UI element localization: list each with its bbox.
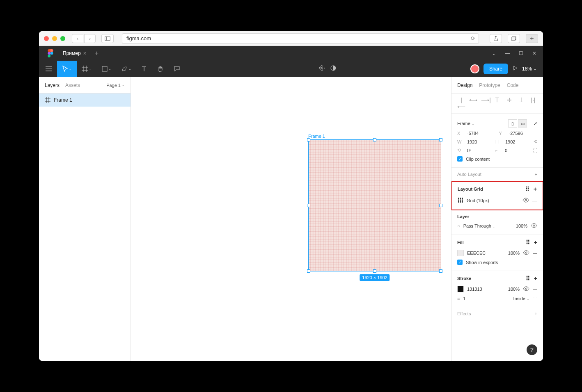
height-input[interactable]: 1902 [505, 139, 530, 144]
fill-opacity-input[interactable]: 100% [508, 251, 520, 255]
share-sheet-icon[interactable] [490, 34, 502, 43]
align-right-icon[interactable]: ⟶| [481, 97, 489, 110]
new-document-tab[interactable]: + [91, 50, 103, 57]
fill-swatch[interactable] [457, 250, 464, 256]
forward-button[interactable]: › [84, 34, 96, 43]
align-vcenter-icon[interactable]: ✛ [505, 97, 513, 110]
move-tool[interactable]: ⌄ [57, 61, 77, 77]
fill-hex-input[interactable]: EEECEC [467, 251, 486, 255]
zoom-control[interactable]: 18%⌄ [522, 66, 536, 72]
canvas[interactable]: Frame 1 1920 × 1902 [131, 77, 451, 361]
layer-opacity-input[interactable]: 100% [516, 223, 527, 228]
help-button[interactable]: ? [527, 344, 537, 355]
stroke-swatch[interactable] [457, 286, 464, 292]
frame-dropdown[interactable]: Frame ⌄ [457, 121, 474, 126]
canvas-frame[interactable]: 1920 × 1902 [308, 139, 441, 271]
stroke-position-select[interactable]: Inside ⌄ [513, 296, 529, 301]
document-dropdown-icon[interactable]: ⌄ [492, 50, 496, 56]
page-selector[interactable]: Page 1 ⌄ [106, 83, 125, 88]
add-fill-icon[interactable]: + [534, 239, 537, 246]
clip-content-checkbox[interactable]: ✓ [457, 156, 463, 162]
x-input[interactable]: -5784 [467, 131, 496, 136]
align-top-icon[interactable]: ⟙ [493, 97, 501, 110]
remove-grid-icon[interactable]: — [532, 198, 537, 203]
design-tab[interactable]: Design [457, 82, 472, 88]
grid-styles-icon[interactable]: ⠿ [525, 186, 529, 192]
stroke-hex-input[interactable]: 131313 [467, 287, 482, 292]
mask-icon[interactable] [330, 65, 337, 73]
window-close-icon[interactable]: ✕ [532, 50, 536, 56]
landscape-icon[interactable]: ▭ [518, 119, 527, 128]
figma-logo-icon[interactable] [42, 46, 59, 61]
resize-handle[interactable] [307, 138, 310, 141]
pen-tool[interactable]: ⌄ [116, 61, 136, 77]
present-icon[interactable] [512, 65, 518, 73]
hand-tool[interactable] [152, 61, 169, 77]
resize-handle[interactable] [373, 138, 376, 141]
new-tab-button[interactable]: + [526, 34, 538, 43]
y-input[interactable]: -27596 [509, 131, 538, 136]
close-tab-icon[interactable]: × [83, 50, 87, 57]
align-left-icon[interactable]: |⟵ [457, 97, 465, 110]
width-input[interactable]: 1920 [467, 139, 492, 144]
layer-row-frame1[interactable]: Frame 1 [39, 93, 131, 107]
remove-stroke-icon[interactable]: — [533, 287, 537, 292]
close-window-button[interactable] [44, 36, 49, 41]
rotation-input[interactable]: 0° [467, 148, 492, 153]
stroke-styles-icon[interactable]: ⠿ [526, 275, 530, 282]
tabs-overview-icon[interactable] [508, 34, 520, 43]
fill-visibility-icon[interactable] [523, 250, 529, 256]
component-icon[interactable] [318, 65, 325, 73]
blend-mode-select[interactable]: Pass Through ⌄ [463, 223, 495, 228]
stroke-advanced-icon[interactable]: ⋯ [533, 296, 537, 301]
resize-fit-icon[interactable]: ⤢ [534, 121, 537, 126]
stroke-visibility-icon[interactable] [523, 286, 529, 292]
frame-tool[interactable]: ⌄ [77, 61, 96, 77]
fill-styles-icon[interactable]: ⠿ [526, 239, 530, 246]
reload-icon[interactable]: ⟳ [471, 35, 475, 41]
resize-handle[interactable] [439, 204, 442, 207]
show-in-exports-checkbox[interactable]: ✓ [457, 260, 463, 265]
prototype-tab[interactable]: Prototype [479, 82, 500, 88]
portrait-icon[interactable]: ▯ [508, 119, 517, 128]
back-button[interactable]: ‹ [72, 34, 83, 43]
text-tool[interactable] [136, 61, 152, 77]
add-effect-icon[interactable]: + [535, 311, 537, 316]
resize-handle[interactable] [307, 204, 310, 207]
window-maximize-icon[interactable]: ☐ [519, 50, 523, 56]
add-stroke-icon[interactable]: + [534, 275, 537, 282]
comment-tool[interactable] [169, 61, 185, 77]
add-autolayout-icon[interactable]: + [535, 172, 537, 177]
stroke-weight-input[interactable]: 1 [463, 296, 465, 301]
distribute-icon[interactable]: |·| [529, 97, 537, 110]
resize-handle[interactable] [373, 269, 376, 273]
remove-fill-icon[interactable]: — [533, 251, 537, 255]
frame-label[interactable]: Frame 1 [308, 134, 325, 139]
align-bottom-icon[interactable]: ⟘ [517, 97, 525, 110]
layer-visibility-icon[interactable] [531, 223, 537, 229]
menu-icon[interactable] [41, 61, 57, 77]
document-tab[interactable]: Пример × [59, 46, 91, 61]
add-grid-icon[interactable]: + [534, 186, 537, 192]
code-tab[interactable]: Code [507, 82, 519, 88]
minimize-window-button[interactable] [52, 36, 57, 41]
align-hcenter-icon[interactable]: ⟷ [469, 97, 477, 110]
stroke-opacity-input[interactable]: 100% [508, 287, 520, 292]
maximize-window-button[interactable] [60, 36, 65, 41]
share-button[interactable]: Share [483, 64, 508, 74]
radius-input[interactable]: 0 [505, 148, 529, 153]
resize-handle[interactable] [439, 269, 442, 273]
constrain-proportions-icon[interactable]: ⟲ [534, 139, 537, 144]
resize-handle[interactable] [439, 138, 442, 141]
sidebar-toggle-icon[interactable] [101, 34, 114, 43]
resize-handle[interactable] [307, 269, 310, 273]
user-avatar[interactable] [470, 64, 479, 73]
assets-tab[interactable]: Assets [65, 82, 80, 88]
grid-item-label[interactable]: Grid (10px) [467, 198, 519, 203]
layers-tab[interactable]: Layers [45, 82, 60, 88]
grid-visibility-icon[interactable] [522, 198, 529, 203]
url-bar[interactable]: figma.com ⟳ [122, 33, 479, 44]
window-minimize-icon[interactable]: — [505, 50, 510, 56]
shape-tool[interactable]: ⌄ [96, 61, 116, 77]
independent-corners-icon[interactable]: ⛶ [533, 148, 537, 153]
